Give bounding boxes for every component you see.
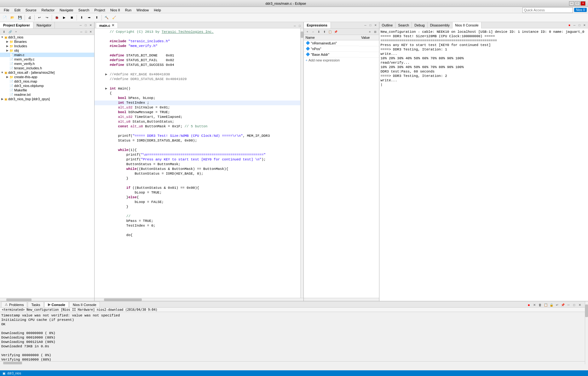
tree-item-map[interactable]: 📄 ddr3_nios.map: [0, 79, 94, 84]
minimize-button[interactable]: ─: [569, 1, 574, 6]
left-panel-maximize[interactable]: □: [84, 23, 88, 27]
tree-item-terasic-includes-h[interactable]: 📄 terasic_includes.h: [0, 66, 94, 70]
tab-outline[interactable]: Outline: [379, 22, 396, 28]
bottom-pin[interactable]: 📌: [560, 302, 565, 307]
editor-scrollbar-v[interactable]: [300, 28, 303, 298]
expr-collapse-btn[interactable]: ⬇: [316, 29, 321, 34]
expr-step-btn[interactable]: ⬆: [322, 29, 327, 34]
bottom-remove[interactable]: ✕: [532, 302, 537, 307]
tree-item-main-c[interactable]: 📄 main.c: [0, 53, 94, 57]
menu-project[interactable]: Project: [92, 8, 107, 12]
menu-run[interactable]: Run: [123, 8, 134, 12]
expressions-close[interactable]: ✕: [373, 23, 378, 27]
toolbar-save[interactable]: 💾: [16, 14, 23, 21]
bottom-maximize[interactable]: □: [572, 302, 577, 307]
menu-navigate[interactable]: Navigate: [57, 8, 76, 12]
left-panel-close[interactable]: ✕: [89, 23, 93, 27]
explorer-new[interactable]: +: [13, 30, 19, 34]
menu-window[interactable]: Window: [134, 8, 151, 12]
explorer-collapse-all[interactable]: ⬇: [1, 30, 7, 34]
bottom-terminate[interactable]: ■: [526, 302, 531, 307]
explorer-close-btn[interactable]: ✕: [89, 30, 93, 34]
expressions-minimize[interactable]: ─: [363, 23, 368, 27]
tree-toggle-obj[interactable]: ▶: [5, 49, 9, 52]
right-close[interactable]: ✕: [582, 23, 587, 27]
tree-item-binaries[interactable]: ▶ 📁 Binaries: [0, 39, 94, 44]
expr-extra-1[interactable]: ≡: [367, 29, 372, 34]
bottom-clear[interactable]: 🗑: [538, 302, 543, 307]
tree-item-includes[interactable]: ▶ 📁 Includes: [0, 44, 94, 48]
expr-row-3[interactable]: 🔷 "Base Addr": [304, 52, 379, 57]
right-maximize[interactable]: □: [577, 23, 582, 27]
menu-source[interactable]: Source: [23, 8, 39, 12]
expr-remove-btn[interactable]: −: [311, 29, 316, 34]
menu-help[interactable]: Help: [151, 8, 164, 12]
tab-tasks[interactable]: Tasks: [28, 302, 43, 307]
right-minimize[interactable]: ─: [572, 23, 577, 27]
tab-main-c[interactable]: main.c ✕: [96, 22, 118, 28]
tree-item-objdump[interactable]: 📄 ddr3_nios.objdump: [0, 84, 94, 88]
left-panel-scrollbar-h[interactable]: [0, 298, 94, 301]
toolbar-redo[interactable]: ↪: [43, 14, 50, 21]
toolbar-open[interactable]: 📂: [9, 14, 16, 21]
tab-nios-console[interactable]: Nios II Console: [453, 22, 481, 28]
tab-project-explorer[interactable]: Project Explorer: [0, 22, 33, 28]
expr-copy-btn[interactable]: 📋: [328, 29, 333, 34]
tree-toggle-ddr3-nios[interactable]: ▼: [0, 36, 4, 39]
toolbar-step-into[interactable]: ⬇: [78, 14, 85, 21]
expressions-scrollbar[interactable]: [304, 298, 379, 301]
tree-item-readme[interactable]: 📄 readme.txt: [0, 92, 94, 97]
explorer-minimize-btn[interactable]: ─: [79, 30, 84, 34]
expr-row-1[interactable]: 🔷 "nRemainedLen": [304, 40, 379, 46]
tab-disassembly[interactable]: Disassembly: [428, 22, 453, 28]
toolbar-undo[interactable]: ↩: [36, 14, 43, 21]
tab-navigator[interactable]: Navigator: [33, 22, 55, 28]
tree-item-alf[interactable]: ▼ ▣ ddr3_nios.alf - [altera/nios2/le]: [0, 70, 94, 75]
toolbar-print[interactable]: 🖨: [26, 14, 33, 21]
toolbar-build[interactable]: 🔨: [103, 14, 110, 21]
tab-nios-console-bottom[interactable]: Nios II Console: [69, 302, 100, 307]
tree-item-create[interactable]: ▶ 📁 create-this-app: [0, 75, 94, 79]
menu-file[interactable]: File: [1, 8, 12, 12]
expr-pin-btn[interactable]: 📌: [333, 29, 338, 34]
tab-problems[interactable]: ⚠ Problems: [1, 302, 27, 307]
editor-scrollbar-h[interactable]: [95, 298, 303, 301]
editor-maximize[interactable]: □: [298, 24, 302, 28]
expr-extra-2[interactable]: ⊞: [373, 29, 378, 34]
left-panel-minimize[interactable]: ─: [78, 23, 83, 27]
maximize-button[interactable]: □: [575, 1, 580, 6]
quick-access-input[interactable]: [522, 7, 573, 13]
tree-item-makefile[interactable]: 📄 Makefile: [0, 88, 94, 92]
bottom-close[interactable]: ✕: [577, 302, 582, 307]
tree-toggle-bsp[interactable]: ▶: [0, 97, 4, 101]
tab-search-right[interactable]: Search: [395, 22, 412, 28]
code-editor[interactable]: // Copyright (C) 2013 by Terasic Technol…: [95, 28, 300, 298]
tab-expressions[interactable]: Expressions: [304, 22, 331, 28]
menu-search[interactable]: Search: [76, 8, 92, 12]
bottom-copy-all[interactable]: 📋: [543, 302, 548, 307]
explorer-maximize-btn[interactable]: □: [84, 30, 88, 34]
tree-toggle-create[interactable]: ▶: [5, 75, 9, 78]
toolbar-step-over[interactable]: ➡: [86, 14, 93, 21]
toolbar-new[interactable]: 📄: [1, 14, 8, 21]
toolbar-run[interactable]: ▶: [61, 14, 68, 21]
tree-toggle-binaries[interactable]: ▶: [5, 40, 9, 43]
add-expression-row[interactable]: + Add new expression: [304, 58, 379, 63]
tree-item-mem-verify-c[interactable]: 📄 mem_verify.c: [0, 57, 94, 61]
tree-item-obj[interactable]: ▶ 📁 obj: [0, 48, 94, 53]
editor-minimize[interactable]: ─: [293, 24, 297, 28]
expr-add-btn[interactable]: +: [305, 29, 310, 34]
toolbar-step-ret[interactable]: ⬆: [93, 14, 100, 21]
tab-close-icon[interactable]: ✕: [112, 23, 114, 27]
menu-niosii[interactable]: Nios II: [108, 8, 123, 12]
toolbar-clean[interactable]: 🧹: [111, 14, 118, 21]
close-button[interactable]: ✕: [580, 1, 585, 6]
bottom-minimize[interactable]: ─: [566, 302, 571, 307]
tree-toggle-alf[interactable]: ▼: [0, 71, 4, 74]
tab-debug[interactable]: Debug: [412, 22, 427, 28]
bottom-word-wrap[interactable]: ↵: [555, 302, 560, 307]
menu-edit[interactable]: Edit: [12, 8, 23, 12]
right-stop-btn[interactable]: ■: [567, 23, 572, 27]
expressions-maximize[interactable]: □: [368, 23, 373, 27]
toolbar-stop[interactable]: ⏹: [68, 14, 75, 21]
